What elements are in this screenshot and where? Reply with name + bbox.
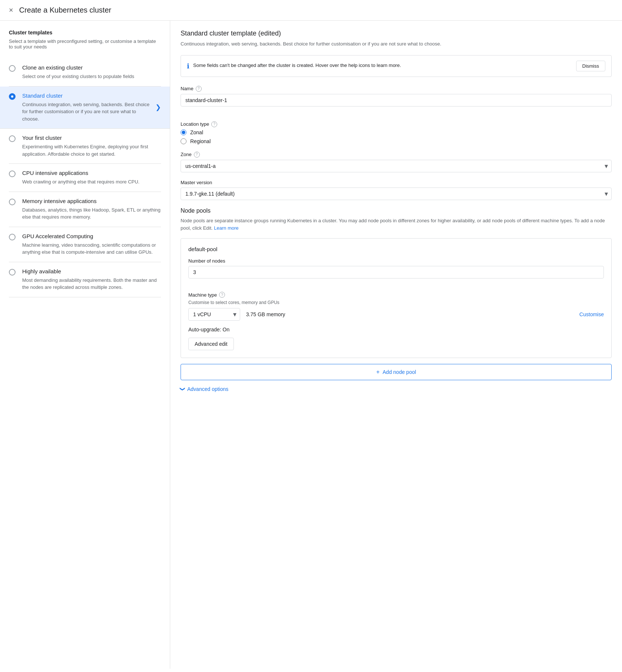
radio-btn-clone — [9, 65, 16, 72]
auto-upgrade-text: Auto-upgrade: On — [188, 327, 604, 332]
machine-type-desc: Customise to select cores, memory and GP… — [188, 300, 604, 305]
template-content-gpu: GPU Accelerated Computing Machine learni… — [22, 233, 161, 256]
machine-type-label: Machine type ? — [188, 292, 604, 298]
add-node-pool-label: Add node pool — [383, 369, 416, 375]
radio-btn-first — [9, 135, 16, 142]
info-banner-left: ℹ Some fields can't be changed after the… — [187, 62, 401, 70]
plus-icon: + — [376, 369, 380, 375]
advanced-edit-button[interactable]: Advanced edit — [188, 338, 234, 350]
location-radio-group: Zonal Regional — [181, 129, 612, 144]
template-desc-memory: Databases, analytics, things like Hadoop… — [22, 206, 161, 221]
radio-btn-memory — [9, 199, 16, 205]
regional-label: Regional — [190, 138, 211, 144]
node-pool-name: default-pool — [188, 246, 604, 252]
main-layout: Cluster templates Select a template with… — [0, 21, 622, 669]
add-node-pool-button[interactable]: + Add node pool — [181, 364, 612, 380]
machine-type-select-wrapper: 1 vCPU ▾ — [188, 308, 240, 321]
info-banner: ℹ Some fields can't be changed after the… — [181, 55, 612, 77]
template-desc-ha: Most demanding availability requirements… — [22, 277, 161, 291]
template-desc-gpu: Machine learning, video transcoding, sci… — [22, 242, 161, 256]
radio-btn-standard — [9, 93, 16, 100]
template-item-memory[interactable]: Memory intensive applications Databases,… — [9, 192, 161, 227]
template-item-clone[interactable]: Clone an existing cluster Select one of … — [9, 58, 161, 87]
radio-first[interactable] — [9, 135, 16, 143]
template-content-cpu: CPU intensive applications Web crawling … — [22, 170, 161, 186]
template-content-ha: Highly available Most demanding availabi… — [22, 268, 161, 291]
template-item-ha[interactable]: Highly available Most demanding availabi… — [9, 262, 161, 297]
customise-link[interactable]: Customise — [579, 311, 604, 317]
regional-radio[interactable] — [181, 138, 186, 144]
master-version-select-wrapper: 1.9.7-gke.11 (default) ▾ — [181, 188, 612, 200]
zone-field-row: Zone ? us-central1-a ▾ — [181, 152, 612, 172]
location-help-icon[interactable]: ? — [211, 121, 217, 127]
radio-standard[interactable] — [9, 93, 16, 101]
left-panel: Cluster templates Select a template with… — [0, 21, 170, 669]
zone-label: Zone ? — [181, 152, 612, 158]
num-nodes-field-row — [188, 266, 604, 284]
template-desc-clone: Select one of your existing clusters to … — [22, 73, 161, 80]
zonal-radio[interactable] — [181, 129, 186, 135]
template-item-standard[interactable]: Standard cluster Continuous integration,… — [0, 87, 170, 129]
advanced-options-label: Advanced options — [187, 386, 228, 392]
advanced-options-link[interactable]: ❯ Advanced options — [181, 386, 612, 392]
zone-select-wrapper: us-central1-a ▾ — [181, 160, 612, 172]
template-item-cpu[interactable]: CPU intensive applications Web crawling … — [9, 164, 161, 192]
machine-type-help-icon[interactable]: ? — [219, 292, 225, 298]
node-pool-card: default-pool Number of nodes Machine typ… — [181, 238, 612, 358]
machine-type-row: 1 vCPU ▾ 3.75 GB memory Customise — [188, 308, 604, 321]
template-item-gpu[interactable]: GPU Accelerated Computing Machine learni… — [9, 227, 161, 262]
template-content-first: Your first cluster Experimenting with Ku… — [22, 135, 161, 158]
templates-title: Cluster templates — [9, 30, 161, 36]
template-name-clone: Clone an existing cluster — [22, 64, 161, 71]
template-name-memory: Memory intensive applications — [22, 198, 161, 204]
template-desc-standard: Continuous integration, web serving, bac… — [22, 101, 149, 123]
name-label: Name ? — [181, 86, 612, 92]
learn-more-link[interactable]: Learn more — [214, 225, 238, 231]
radio-gpu[interactable] — [9, 234, 16, 242]
right-panel-subtitle: Continuous integration, web serving, bac… — [181, 40, 612, 48]
right-panel-title: Standard cluster template (edited) — [181, 30, 612, 37]
master-version-label: Master version — [181, 180, 612, 185]
chevron-right-icon: ❯ — [155, 103, 161, 111]
zonal-radio-option[interactable]: Zonal — [181, 129, 612, 135]
name-input[interactable] — [181, 94, 612, 107]
template-content-clone: Clone an existing cluster Select one of … — [22, 64, 161, 80]
template-content-standard: Standard cluster Continuous integration,… — [22, 92, 149, 123]
template-item-first[interactable]: Your first cluster Experimenting with Ku… — [9, 129, 161, 164]
template-name-cpu: CPU intensive applications — [22, 170, 161, 176]
template-name-gpu: GPU Accelerated Computing — [22, 233, 161, 239]
zone-help-icon[interactable]: ? — [194, 152, 200, 158]
radio-btn-ha — [9, 269, 16, 276]
machine-type-select[interactable]: 1 vCPU — [188, 308, 240, 321]
templates-subtitle: Select a template with preconfigured set… — [9, 38, 161, 50]
radio-btn-gpu — [9, 234, 16, 240]
machine-memory: 3.75 GB memory — [246, 311, 574, 317]
node-pools-desc: Node pools are separate instance groups … — [181, 217, 612, 233]
template-desc-first: Experimenting with Kubernetes Engine, de… — [22, 143, 161, 158]
info-circle-icon: ℹ — [187, 62, 189, 70]
radio-cpu[interactable] — [9, 170, 16, 178]
location-type-row: Location type ? Zonal Regional — [181, 121, 612, 144]
zonal-label: Zonal — [190, 129, 203, 135]
num-nodes-input[interactable] — [188, 266, 604, 278]
location-type-label: Location type ? — [181, 121, 612, 127]
page-title: Create a Kubernetes cluster — [19, 6, 111, 14]
radio-btn-cpu — [9, 170, 16, 177]
template-name-first: Your first cluster — [22, 135, 161, 141]
regional-radio-option[interactable]: Regional — [181, 138, 612, 144]
template-content-memory: Memory intensive applications Databases,… — [22, 198, 161, 221]
name-help-icon[interactable]: ? — [196, 86, 202, 92]
right-panel: Standard cluster template (edited) Conti… — [170, 21, 622, 669]
node-pools-title: Node pools — [181, 207, 612, 214]
radio-ha[interactable] — [9, 269, 16, 277]
dismiss-button[interactable]: Dismiss — [576, 61, 606, 71]
template-name-ha: Highly available — [22, 268, 161, 274]
num-nodes-label: Number of nodes — [188, 258, 604, 264]
master-version-field-row: Master version 1.9.7-gke.11 (default) ▾ — [181, 180, 612, 200]
radio-clone[interactable] — [9, 65, 16, 73]
close-icon[interactable]: × — [9, 6, 13, 14]
master-version-select[interactable]: 1.9.7-gke.11 (default) — [181, 188, 612, 200]
radio-memory[interactable] — [9, 199, 16, 206]
name-field-row: Name ? — [181, 86, 612, 114]
zone-select[interactable]: us-central1-a — [181, 160, 612, 172]
